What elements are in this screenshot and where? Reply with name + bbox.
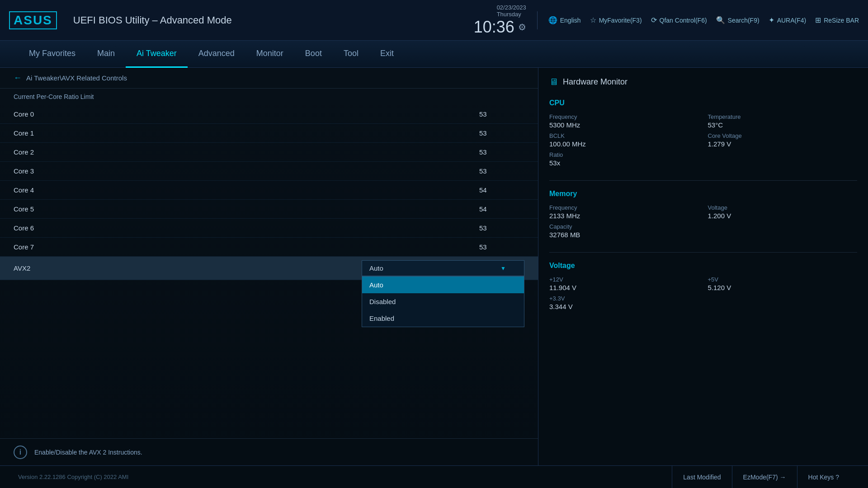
hw-memory-section-title: Memory [549, 190, 857, 198]
avx2-dropdown-container: Auto ▼ Auto Disabled Enabled [362, 260, 524, 276]
hw-voltage-33v: +3.3V 3.344 V [549, 295, 699, 310]
main-layout: ← Ai Tweaker\AVX Related Controls Curren… [0, 68, 868, 465]
hw-cpu-frequency: Frequency 5300 MHz [549, 113, 699, 129]
datetime-block: 02/23/2023Thursday 10:36 ⚙ [474, 4, 526, 37]
hw-divider-cpu-memory [549, 180, 857, 181]
hotkeys-button[interactable]: Hot Keys ? [797, 466, 850, 488]
dropdown-option-disabled[interactable]: Disabled [362, 293, 524, 310]
resize-icon: ⊞ [815, 16, 821, 24]
table-row[interactable]: Core 5 54 [0, 200, 538, 219]
info-icon: i [14, 446, 27, 459]
nav-main[interactable]: Main [86, 41, 126, 68]
tool-aura[interactable]: ✦ AURA(F4) [769, 16, 807, 24]
datetime-time-row: 10:36 ⚙ [474, 18, 526, 37]
tool-qfan[interactable]: ⟳ Qfan Control(F6) [651, 16, 707, 24]
core0-value: 53 [479, 110, 524, 118]
asus-logo: ASUS [9, 11, 57, 29]
hw-voltage-5v: +5V 5.120 V [708, 276, 858, 291]
hw-memory-capacity: Capacity 32768 MB [549, 223, 699, 239]
hw-cpu-section-title: CPU [549, 99, 857, 107]
tool-english[interactable]: 🌐 English [548, 16, 581, 24]
nav-exit[interactable]: Exit [369, 41, 405, 68]
hw-cpu-corevoltage: Core Voltage 1.279 V [708, 132, 858, 148]
hw-voltage-33v-value: 3.344 V [549, 303, 699, 310]
nav-aitweaker[interactable]: Ai Tweaker [126, 41, 188, 68]
tool-myfavorite[interactable]: ☆ MyFavorite(F3) [590, 16, 642, 24]
info-bar: i Enable/Disable the AVX 2 Instructions. [0, 438, 538, 465]
nav-advanced[interactable]: Advanced [188, 41, 245, 68]
hw-cpu-temperature-value: 53°C [708, 121, 858, 129]
star-icon: ☆ [590, 16, 596, 24]
avx2-dropdown-menu: Auto Disabled Enabled [362, 276, 524, 327]
hw-memory-voltage: Voltage 1.200 V [708, 204, 858, 220]
breadcrumb: ← Ai Tweaker\AVX Related Controls [0, 68, 538, 89]
hw-memory-capacity-label: Capacity [549, 223, 699, 230]
nav-myfavorites[interactable]: My Favorites [18, 41, 86, 68]
breadcrumb-text: Ai Tweaker\AVX Related Controls [26, 74, 127, 82]
hw-voltage-5v-value: 5.120 V [708, 284, 858, 291]
nav-boot[interactable]: Boot [294, 41, 333, 68]
core5-value: 54 [479, 205, 524, 213]
tool-english-label: English [560, 17, 581, 24]
settings-table: Current Per-Core Ratio Limit Core 0 53 C… [0, 89, 538, 438]
hw-cpu-corevoltage-label: Core Voltage [708, 132, 858, 139]
hw-cpu-ratio-label: Ratio [549, 151, 699, 158]
datetime-date: 02/23/2023Thursday [497, 4, 526, 18]
nav-tool[interactable]: Tool [333, 41, 369, 68]
last-modified-button[interactable]: Last Modified [672, 466, 731, 488]
table-row[interactable]: Core 6 53 [0, 219, 538, 238]
bios-title: UEFI BIOS Utility – Advanced Mode [73, 14, 232, 26]
core7-value: 53 [479, 243, 524, 251]
tool-myfavorite-label: MyFavorite(F3) [599, 17, 642, 24]
avx2-row[interactable]: AVX2 Auto ▼ Auto Disabled Enabled [0, 257, 538, 280]
core1-label: Core 1 [14, 129, 479, 137]
tool-search[interactable]: 🔍 Search(F9) [716, 16, 760, 24]
table-row[interactable]: Core 1 53 [0, 124, 538, 143]
nav-monitor[interactable]: Monitor [245, 41, 294, 68]
content-area: ← Ai Tweaker\AVX Related Controls Curren… [0, 68, 538, 465]
tool-resizebar-label: ReSize BAR [824, 17, 859, 24]
top-tools: 🌐 English ☆ MyFavorite(F3) ⟳ Qfan Contro… [548, 16, 859, 24]
tool-qfan-label: Qfan Control(F6) [660, 17, 707, 24]
hw-panel-title: 🖥 Hardware Monitor [549, 77, 857, 87]
table-row[interactable]: Core 7 53 [0, 238, 538, 257]
tool-resizebar[interactable]: ⊞ ReSize BAR [815, 16, 859, 24]
core6-label: Core 6 [14, 224, 479, 232]
ezmode-button[interactable]: EzMode(F7) → [732, 466, 797, 488]
core7-label: Core 7 [14, 243, 479, 251]
avx2-label: AVX2 [14, 264, 362, 272]
tool-aura-label: AURA(F4) [777, 17, 807, 24]
hw-cpu-bclk-value: 100.00 MHz [549, 140, 699, 148]
breadcrumb-back-arrow[interactable]: ← [14, 73, 22, 83]
search-icon: 🔍 [716, 16, 725, 24]
table-row[interactable]: Core 2 53 [0, 143, 538, 162]
avx2-dropdown-button[interactable]: Auto ▼ [362, 260, 524, 276]
table-row[interactable]: Core 4 54 [0, 181, 538, 200]
top-bar: ASUS UEFI BIOS Utility – Advanced Mode 0… [0, 0, 868, 41]
globe-icon: 🌐 [548, 16, 557, 24]
settings-icon[interactable]: ⚙ [518, 22, 526, 33]
fan-icon: ⟳ [651, 16, 657, 24]
core2-value: 53 [479, 148, 524, 156]
core6-value: 53 [479, 224, 524, 232]
table-row[interactable]: Core 3 53 [0, 162, 538, 181]
core3-label: Core 3 [14, 167, 479, 175]
avx2-current-value: Auto [369, 264, 383, 272]
core4-label: Core 4 [14, 186, 479, 194]
hw-voltage-12v-value: 11.904 V [549, 284, 699, 291]
hw-cpu-frequency-label: Frequency [549, 113, 699, 120]
hw-voltage-5v-label: +5V [708, 276, 858, 283]
nav-bar: My Favorites Main Ai Tweaker Advanced Mo… [0, 41, 868, 68]
dropdown-option-auto[interactable]: Auto [362, 277, 524, 293]
core5-label: Core 5 [14, 205, 479, 213]
hw-memory-voltage-label: Voltage [708, 204, 858, 211]
hw-memory-frequency-value: 2133 MHz [549, 212, 699, 220]
dropdown-option-enabled[interactable]: Enabled [362, 310, 524, 327]
hw-panel-title-text: Hardware Monitor [563, 77, 627, 87]
section-header-per-core: Current Per-Core Ratio Limit [0, 89, 538, 105]
table-row[interactable]: Core 0 53 [0, 105, 538, 124]
core3-value: 53 [479, 167, 524, 175]
asus-logo-text: ASUS [9, 11, 57, 29]
hw-memory-capacity-value: 32768 MB [549, 231, 699, 239]
monitor-icon: 🖥 [549, 77, 558, 87]
